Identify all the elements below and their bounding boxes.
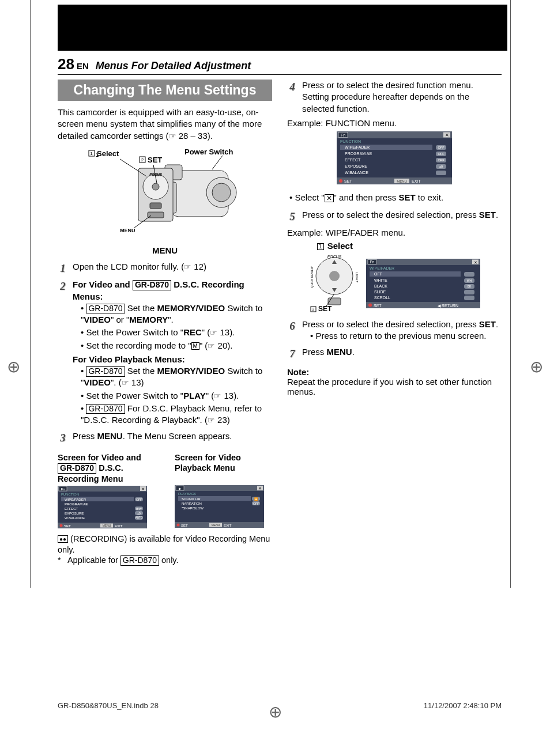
svg-text:SET: SET xyxy=(374,303,382,307)
intro-text-a: This camcorder is equipped with an easy-… xyxy=(58,107,262,141)
footer-file: GR-D850&870US_EN.indb 28 xyxy=(58,701,159,710)
svg-text:EFFECT: EFFECT xyxy=(345,158,361,162)
svg-text:NARRATION: NARRATION xyxy=(182,502,202,505)
svg-text:PLAYBACK: PLAYBACK xyxy=(178,492,196,496)
svg-point-63 xyxy=(177,524,180,527)
svg-text:Fn: Fn xyxy=(370,260,375,264)
svg-text:±0: ±0 xyxy=(137,511,141,515)
step2-b3: Set the recording mode to "M" (☞ 20). xyxy=(81,340,272,351)
camera-svg-icon: FOCUS 1 1 Select xyxy=(84,148,246,234)
svg-text:W.BALANCE: W.BALANCE xyxy=(65,516,85,520)
svg-text:W.BALANCE: W.BALANCE xyxy=(345,171,368,175)
model-badge: GR-D870 xyxy=(58,463,96,473)
step1-pageref: 12) xyxy=(191,262,206,271)
numbox-1-icon: 1 xyxy=(317,243,324,250)
model-badge: GR-D870 xyxy=(120,555,159,565)
play-screen-caption: Screen for Video Playback Menu xyxy=(175,452,272,473)
svg-rect-119 xyxy=(464,272,474,277)
svg-text:Fn: Fn xyxy=(341,133,345,137)
right-rule xyxy=(510,0,511,588)
step-5: 5 Press or to select the desired selecti… xyxy=(287,209,502,224)
wipe-fader-figure: FOCUS LIGHT QUICK REVIEW 2 SET Fn ✕ xyxy=(287,252,502,315)
svg-rect-113 xyxy=(370,271,461,277)
svg-text:EXPOSURE: EXPOSURE xyxy=(345,164,367,168)
svg-text:✕: ✕ xyxy=(258,486,262,490)
svg-point-127 xyxy=(368,303,372,307)
diag-menu-word: MENU xyxy=(120,228,135,233)
svg-text:WIPE/FADER: WIPE/FADER xyxy=(370,266,394,270)
step-num-7-icon: 7 xyxy=(287,346,297,361)
svg-text:EXIT: EXIT xyxy=(224,524,232,527)
play-menu-screen: ▶ ✕ PLAYBACK SOUND L/R NARRATION *SNAP/S… xyxy=(175,485,264,528)
svg-text:*SNAP/SLOW: *SNAP/SLOW xyxy=(182,506,204,510)
lang-code: EN xyxy=(77,61,89,71)
svg-text:WIPE/FADER: WIPE/FADER xyxy=(345,145,370,149)
svg-text:▶: ▶ xyxy=(179,487,182,490)
example-2-label: Example: WIPE/FADER menu. xyxy=(287,228,502,237)
page-footer: GR-D850&870US_EN.indb 28 11/12/2007 2:48… xyxy=(58,701,502,710)
svg-text:WH: WH xyxy=(467,279,472,282)
step-num-1-icon: 1 xyxy=(58,261,68,276)
svg-text:2: 2 xyxy=(312,307,315,311)
step-num-3-icon: 3 xyxy=(58,430,68,445)
select-label: Select xyxy=(327,241,353,251)
diag-set-label: SET xyxy=(148,156,162,164)
svg-point-42 xyxy=(60,524,63,527)
svg-rect-126 xyxy=(366,302,480,308)
svg-text:AUTO: AUTO xyxy=(135,516,143,519)
svg-text:WIPE/FADER: WIPE/FADER xyxy=(65,497,86,501)
svg-text:OFF: OFF xyxy=(253,502,259,505)
svg-text:MENU: MENU xyxy=(397,179,407,183)
control-ring-icon: FOCUS LIGHT QUICK REVIEW 2 SET xyxy=(308,252,360,315)
svg-text:EXPOSURE: EXPOSURE xyxy=(65,512,84,515)
step2-b1: GR-D870 Set the MEMORY/VIDEO Switch to "… xyxy=(81,303,272,326)
svg-text:2: 2 xyxy=(141,157,144,162)
footer-date: 11/12/2007 2:48:10 PM xyxy=(424,701,502,710)
svg-text:PROGRAM AE: PROGRAM AE xyxy=(65,502,88,506)
step2-p3: GR-D870 For D.S.C. Playback Menu, refer … xyxy=(81,403,272,426)
svg-text:FOCUS: FOCUS xyxy=(327,255,342,259)
close-x-icon: ✕ xyxy=(325,194,334,202)
step-2: 2 For Video and GR-D870 D.S.C. Recording… xyxy=(58,279,272,427)
svg-text:OFF: OFF xyxy=(438,158,445,162)
svg-rect-48 xyxy=(175,485,264,491)
step-num-6-icon: 6 xyxy=(287,319,297,343)
svg-text:BLACK: BLACK xyxy=(374,284,387,288)
svg-rect-89 xyxy=(436,171,446,175)
wipe-fader-screen: Fn ✕ WIPE/FADER OFF WHITE BLACK SLIDE SC… xyxy=(366,259,480,308)
note-heading: Note: xyxy=(287,367,502,377)
svg-text:SOUND L/R: SOUND L/R xyxy=(182,497,201,501)
rec-menu-screen: Fn ✕ FUNCTION WIPE/FADER PROGRAM AE EFFE… xyxy=(58,486,147,528)
svg-rect-10 xyxy=(148,212,164,218)
svg-point-91 xyxy=(339,179,342,183)
svg-text:SET: SET xyxy=(318,305,332,313)
svg-text:LIGHT: LIGHT xyxy=(355,272,359,283)
step-num-2-icon: 2 xyxy=(58,279,68,427)
rec-screen-caption: Screen for Video and GR-D870 D.S.C. Reco… xyxy=(58,452,155,484)
svg-text:EXIT: EXIT xyxy=(412,179,421,183)
top-black-bar xyxy=(58,5,507,51)
svg-text:SCROLL: SCROLL xyxy=(374,296,390,300)
svg-rect-101 xyxy=(328,298,341,305)
svg-text:Fn: Fn xyxy=(61,487,65,490)
exit-bullet: Select "✕" and then press SET to exit. xyxy=(289,192,502,203)
svg-text:◀ RETURN: ◀ RETURN xyxy=(438,303,458,307)
step2-p2: Set the Power Switch to "PLAY" (☞ 13). xyxy=(81,390,272,402)
svg-text:B/W: B/W xyxy=(136,506,142,510)
crop-mark-right-icon: ⊕ xyxy=(530,357,543,376)
step2-lead-a: For Video and xyxy=(73,279,133,289)
svg-text:OFF: OFF xyxy=(438,152,445,156)
svg-text:SLIDE: SLIDE xyxy=(374,290,386,294)
note-body: Repeat the procedure if you wish to set … xyxy=(287,377,502,396)
page-number: 28 xyxy=(58,55,74,73)
step1-text: Open the LCD monitor fully. ( xyxy=(73,262,184,271)
step-num-4-icon: 4 xyxy=(287,80,297,115)
diag-power-label: Power Switch xyxy=(184,148,233,156)
svg-text:EXIT: EXIT xyxy=(115,524,123,527)
svg-rect-124 xyxy=(464,290,474,294)
changing-menu-banner: Changing The Menu Settings xyxy=(58,80,272,101)
svg-text:MENU: MENU xyxy=(103,524,111,527)
step2-playback-h: For Video Playback Menus: xyxy=(73,354,272,365)
svg-text:FUNCTION: FUNCTION xyxy=(61,493,79,496)
svg-text:BK: BK xyxy=(468,285,472,288)
